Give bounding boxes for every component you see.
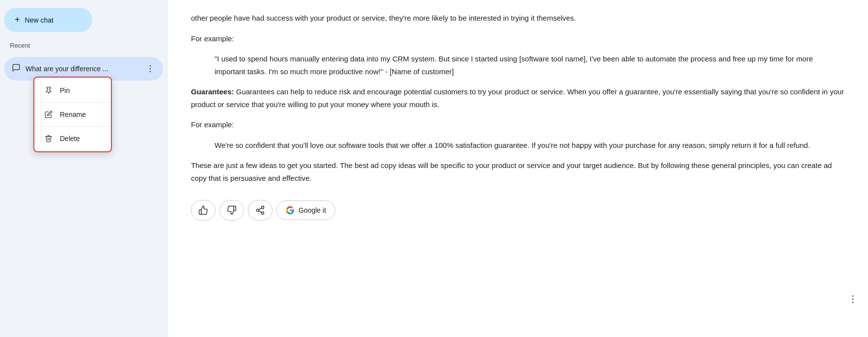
guarantees-text: Guarantees can help to reduce risk and e… — [191, 87, 844, 109]
context-menu: Pin Rename — [33, 77, 112, 152]
thumbs-down-button[interactable] — [219, 200, 244, 221]
delete-label: Delete — [60, 135, 80, 142]
svg-point-11 — [852, 302, 854, 303]
svg-point-2 — [150, 71, 151, 73]
menu-divider-1 — [34, 102, 111, 103]
svg-point-10 — [852, 299, 854, 300]
thumbs-up-button[interactable] — [191, 200, 216, 221]
guarantees-para: Guarantees: Guarantees can help to reduc… — [191, 85, 844, 111]
recent-label: Recent — [4, 42, 163, 49]
quote-2: We're so confident that you'll love our … — [215, 139, 844, 152]
svg-line-8 — [259, 208, 262, 209]
chat-more-button[interactable] — [143, 62, 157, 76]
guarantees-bold: Guarantees: — [191, 87, 234, 96]
pin-label: Pin — [60, 86, 70, 94]
svg-point-0 — [150, 65, 151, 67]
share-button[interactable] — [248, 200, 272, 221]
delete-icon — [44, 135, 53, 142]
chat-bubble-icon — [12, 63, 21, 74]
paragraph-1: other people have had success with your … — [191, 12, 844, 25]
rename-icon — [44, 111, 53, 118]
pin-icon — [44, 86, 53, 94]
chat-list-item[interactable]: What are your difference ... Pin — [4, 57, 163, 81]
google-logo-icon — [286, 206, 295, 215]
new-chat-button[interactable]: + New chat — [4, 8, 92, 32]
plus-icon: + — [15, 15, 20, 25]
delete-menu-item[interactable]: Delete — [34, 129, 111, 148]
sidebar: + New chat Recent What are your differen… — [0, 0, 167, 337]
google-it-button[interactable]: Google it — [276, 200, 335, 220]
rename-menu-item[interactable]: Rename — [34, 105, 111, 124]
quote-1: "I used to spend hours manually entering… — [215, 53, 844, 78]
action-buttons: Google it — [191, 196, 844, 221]
rename-label: Rename — [60, 111, 86, 118]
chat-title: What are your difference ... — [26, 65, 108, 73]
svg-point-9 — [852, 295, 854, 297]
menu-divider-2 — [34, 126, 111, 127]
svg-line-7 — [259, 211, 262, 212]
footer-text: These are just a few ideas to get you st… — [191, 159, 844, 184]
bottom-more-button[interactable] — [847, 294, 858, 308]
svg-point-1 — [150, 68, 151, 70]
for-example-1: For example: — [191, 32, 844, 45]
google-it-label: Google it — [298, 206, 326, 214]
for-example-2: For example: — [191, 118, 844, 131]
pin-menu-item[interactable]: Pin — [34, 81, 111, 100]
main-content: other people have had success with your … — [167, 0, 868, 337]
chat-item-left: What are your difference ... — [12, 63, 143, 74]
new-chat-label: New chat — [25, 16, 54, 24]
